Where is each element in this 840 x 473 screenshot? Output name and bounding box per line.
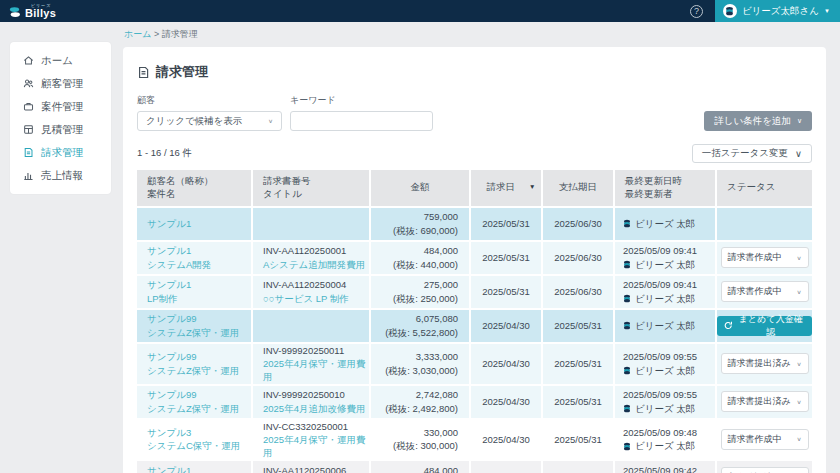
amount-tax-note: (税抜: 690,000) [393, 224, 458, 237]
status-dropdown[interactable]: 請求書作成中∨ [721, 281, 809, 302]
invoice-table-header: 顧客名（略称） 案件名 請求書番号 タイトル 金額 請求日 ▼ 支払期日 最終更… [137, 170, 812, 206]
amount-value: 759,000 [424, 210, 458, 223]
estimate-icon [23, 124, 34, 135]
main-area: ホーム > 請求管理 請求管理 顧客 クリックで候補を表示 ∨ [123, 26, 826, 473]
sidebar-item-projects[interactable]: 案件管理 [10, 95, 111, 118]
project-link[interactable]: システムZ保守・運用 [147, 326, 251, 339]
invoice-date-cell: 2025/05/31 [471, 242, 541, 274]
updated-at: 2025/05/09 09:41 [623, 278, 715, 291]
amount-tax-note: (税抜: 250,000) [393, 292, 458, 305]
customer-cell: サンプル99システムZ保守・運用 [137, 310, 251, 342]
invoice-title-link[interactable]: 2025年4月追加改修費用 [263, 402, 369, 415]
sidebar-item-sales[interactable]: 売上情報 [10, 164, 111, 187]
sidebar-item-label: 見積管理 [41, 123, 83, 137]
updated-cell: 2025/05/09 09:41ビリーズ 太郎 [615, 242, 715, 274]
app-screen: ビリーズ Billys ? ビリーズ太郎さん ▼ ホー [0, 0, 840, 473]
header-invoice-date[interactable]: 請求日 ▼ [471, 170, 541, 206]
bulk-status-change-button[interactable]: 一括ステータス変更 ∨ [692, 144, 812, 163]
customer-link[interactable]: サンプル3 [147, 426, 251, 439]
status-cell: 請求書作成中∨ [717, 242, 812, 274]
updated-at: 2025/05/09 09:42 [623, 464, 715, 473]
sidebar-item-estimates[interactable]: 見積管理 [10, 118, 111, 141]
customer-link[interactable]: サンプル1 [147, 217, 251, 230]
customer-link[interactable]: サンプル99 [147, 388, 251, 401]
status-dropdown[interactable]: 請求書作成中∨ [721, 247, 809, 268]
table-row: サンプル3システムC保守・運用INV-CC33202500012025年4月保守… [137, 420, 812, 460]
topbar: ビリーズ Billys ? ビリーズ太郎さん ▼ [0, 0, 840, 22]
list-header: 1 - 16 / 16 件 一括ステータス変更 ∨ [137, 144, 812, 163]
project-link[interactable]: LP制作 [147, 292, 251, 305]
status-dropdown[interactable]: 請求書作成中∨ [721, 429, 809, 450]
invoice-cell: INV-CC33202500012025年4月保守・運用費用 [253, 420, 369, 460]
customer-link[interactable]: サンプル1 [147, 278, 251, 291]
sidebar-item-label: 案件管理 [41, 100, 83, 114]
amount-value: 484,000 [424, 464, 458, 473]
updater-name: ビリーズ 太郎 [635, 402, 695, 415]
advanced-conditions-button[interactable]: 詳しい条件を追加 ∨ [704, 111, 812, 131]
sidebar-item-customers[interactable]: 顧客管理 [10, 72, 111, 95]
status-dropdown[interactable]: 請求書提出済み∨ [721, 353, 809, 374]
header-due-date: 支払期日 [543, 170, 613, 206]
table-row: サンプル1システムA開発INV-AA1120250006Aシステム新規開発費用4… [137, 461, 812, 473]
status-cell [717, 208, 812, 240]
user-mini-avatar-icon [623, 442, 631, 451]
project-link[interactable]: システムZ保守・運用 [147, 364, 251, 377]
billys-logo-icon [9, 6, 21, 19]
invoice-title-link[interactable]: 2025年4月保守・運用費用 [263, 357, 369, 384]
status-cell: 請求書提出済み∨ [717, 386, 812, 418]
project-link[interactable]: システムA開発 [147, 258, 251, 271]
amount-tax-note: (税抜: 300,000) [393, 439, 458, 452]
status-label: 請求書提出済み [728, 395, 791, 408]
due-date-cell: 2025/06/30 [543, 242, 613, 274]
due-date-cell: 2025/06/30 [543, 208, 613, 240]
header-invoice: 請求書番号 タイトル [253, 170, 369, 206]
customer-link[interactable]: サンプル99 [147, 312, 251, 325]
customer-link[interactable]: サンプル1 [147, 464, 251, 473]
invoice-management-card: 請求管理 顧客 クリックで候補を表示 ∨ キーワード [123, 47, 826, 473]
breadcrumb-home-link[interactable]: ホーム [124, 29, 151, 39]
app-logo[interactable]: ビリーズ Billys [9, 4, 56, 19]
status-dropdown[interactable]: 入金確認済み∨ [721, 467, 809, 473]
amount-cell: 2,742,080(税抜: 2,492,800) [371, 386, 469, 418]
status-cell: 請求書作成中∨ [717, 420, 812, 460]
project-link[interactable]: システムC保守・運用 [147, 439, 251, 452]
status-label: 請求書作成中 [728, 285, 782, 298]
bulk-payment-confirm-button[interactable]: まとめて入金確認 [717, 316, 812, 336]
customer-cell: サンプル3システムC保守・運用 [137, 420, 251, 460]
help-icon[interactable]: ? [690, 5, 703, 18]
keyword-input[interactable] [290, 111, 433, 131]
status-label: 請求書作成中 [728, 433, 782, 446]
page-title-row: 請求管理 [137, 63, 812, 81]
updater-name: ビリーズ 太郎 [635, 319, 695, 332]
sidebar-item-home[interactable]: ホーム [10, 49, 111, 72]
project-link[interactable]: システムZ保守・運用 [147, 402, 251, 415]
user-mini-avatar-icon [623, 321, 631, 330]
invoice-title-link[interactable]: ○○サービス LP 制作 [263, 292, 369, 305]
customer-link[interactable]: サンプル99 [147, 350, 251, 363]
updated-at: 2025/05/09 09:48 [623, 426, 715, 439]
header-customer: 顧客名（略称） 案件名 [137, 170, 251, 206]
chevron-down-icon: ▼ [824, 8, 830, 14]
invoice-number: INV-999920250010 [263, 388, 369, 401]
breadcrumb-current: 請求管理 [162, 29, 198, 39]
updated-at: 2025/05/09 09:55 [623, 350, 715, 363]
table-row: サンプル1システムA開発INV-AA1120250001Aシステム追加開発費用4… [137, 242, 812, 274]
user-menu-button[interactable]: ビリーズ太郎さん ▼ [715, 0, 840, 22]
invoice-title-link[interactable]: 2025年4月保守・運用費用 [263, 433, 369, 460]
invoice-date-cell: 2025/04/30 [471, 344, 541, 384]
page-title: 請求管理 [156, 63, 208, 81]
invoice-cell: INV-AA1120250006Aシステム新規開発費用 [253, 461, 369, 473]
updater-name: ビリーズ 太郎 [635, 292, 695, 305]
updated-at: 2025/05/09 09:55 [623, 388, 715, 401]
table-row: サンプル1759,000(税抜: 690,000)2025/05/312025/… [137, 208, 812, 240]
customer-select-value: クリックで候補を表示 [146, 115, 242, 128]
customer-cell: サンプル99システムZ保守・運用 [137, 386, 251, 418]
due-date-cell: 2025/05/31 [543, 310, 613, 342]
invoice-title-link[interactable]: Aシステム追加開発費用 [263, 258, 369, 271]
invoice-date-cell: 2025/04/30 [471, 386, 541, 418]
sidebar-item-invoices[interactable]: 請求管理 [10, 141, 111, 164]
amount-value: 275,000 [424, 278, 458, 291]
customer-link[interactable]: サンプル1 [147, 244, 251, 257]
status-dropdown[interactable]: 請求書提出済み∨ [721, 391, 809, 412]
customer-select[interactable]: クリックで候補を表示 ∨ [137, 111, 282, 131]
